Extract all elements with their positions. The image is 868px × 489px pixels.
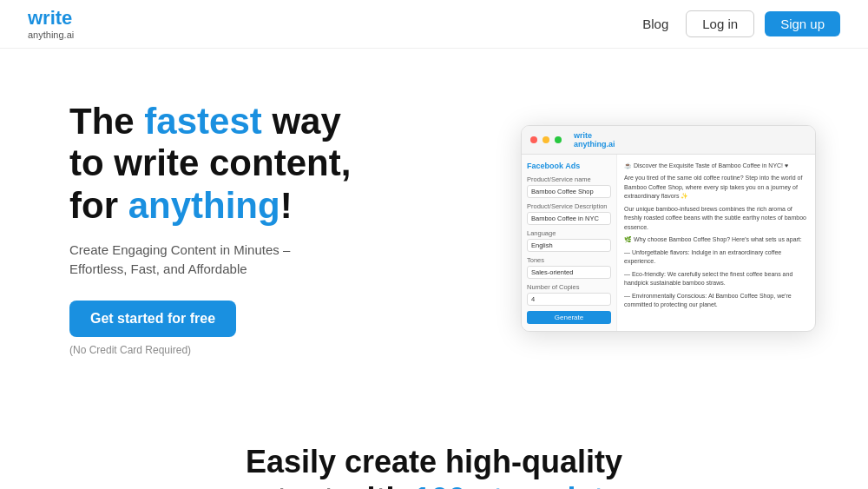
- templates-period: .: [639, 481, 648, 489]
- mockup-field-4: Number of Copies 4: [527, 283, 611, 306]
- navbar: write anything.ai Blog Log in Sign up: [0, 0, 868, 49]
- mockup-generate-btn[interactable]: Generate: [527, 311, 611, 324]
- hero-left: The fastest wayto write content,for anyt…: [69, 101, 351, 356]
- mockup-label-1: Product/Service Description: [527, 202, 611, 210]
- hero-title-pre: The: [69, 101, 144, 142]
- mockup-titlebar: writeanything.ai: [522, 126, 815, 155]
- mockup-sidebar: Facebook Ads Product/Service name Bamboo…: [522, 155, 617, 331]
- mockup-field-2: Language English: [527, 229, 611, 252]
- dot-red: [530, 136, 537, 143]
- mockup-label-3: Tones: [527, 256, 611, 264]
- dot-yellow: [542, 136, 549, 143]
- mockup-output: ☕ Discover the Exquisite Taste of Bamboo…: [617, 155, 815, 331]
- mockup-label-4: Number of Copies: [527, 283, 611, 291]
- mockup-input-3[interactable]: Sales-oriented: [527, 266, 611, 279]
- nav-blog-link[interactable]: Blog: [635, 13, 675, 35]
- mockup-field-1: Product/Service Description Bamboo Coffe…: [527, 202, 611, 225]
- logo-sub: anything.ai: [28, 30, 74, 40]
- mockup-field-3: Tones Sales-oriented: [527, 256, 611, 279]
- cta-button[interactable]: Get started for free: [69, 301, 236, 337]
- hero-title: The fastest wayto write content,for anyt…: [69, 101, 351, 227]
- dot-green: [555, 136, 562, 143]
- mockup-input-1[interactable]: Bamboo Coffee in NYC: [527, 212, 611, 225]
- no-cc-label: (No Credit Card Required): [69, 344, 351, 356]
- mockup-input-4[interactable]: 4: [527, 293, 611, 306]
- mockup-label-2: Language: [527, 229, 611, 237]
- templates-section: Easily create high-qualitycontent with 1…: [0, 391, 868, 489]
- logo: write anything.ai: [28, 8, 74, 39]
- hero-subtitle: Create Engaging Content in Minutes –Effo…: [69, 241, 351, 280]
- login-button[interactable]: Log in: [686, 10, 754, 37]
- hero-title-anything: anything: [128, 185, 280, 226]
- mockup-label-0: Product/Service name: [527, 175, 611, 183]
- mockup-tool-title: Facebook Ads: [527, 162, 611, 170]
- hero-section: The fastest wayto write content,for anyt…: [0, 49, 868, 391]
- templates-highlight: 100+ templates: [413, 481, 638, 489]
- templates-title: Easily create high-qualitycontent with 1…: [17, 443, 851, 489]
- mockup-input-0[interactable]: Bamboo Coffee Shop: [527, 185, 611, 198]
- mockup-input-2[interactable]: English: [527, 239, 611, 252]
- mockup-logo: writeanything.ai: [574, 131, 615, 149]
- mockup-field-0: Product/Service name Bamboo Coffee Shop: [527, 175, 611, 198]
- mockup-body: Facebook Ads Product/Service name Bamboo…: [522, 155, 815, 331]
- signup-button[interactable]: Sign up: [765, 11, 840, 36]
- logo-write: write: [28, 8, 74, 29]
- nav-right: Blog Log in Sign up: [635, 10, 840, 37]
- hero-title-end: !: [280, 185, 293, 226]
- mockup-output-text: ☕ Discover the Exquisite Taste of Bamboo…: [624, 162, 808, 310]
- app-mockup: writeanything.ai Facebook Ads Product/Se…: [521, 125, 816, 332]
- hero-title-fastest: fastest: [144, 101, 261, 142]
- hero-mockup: writeanything.ai Facebook Ads Product/Se…: [521, 125, 816, 332]
